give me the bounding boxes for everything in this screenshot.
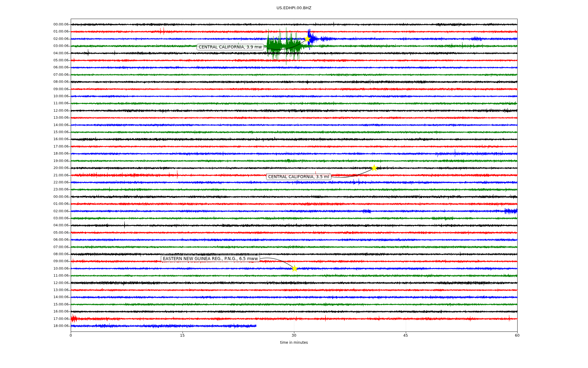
row-time-label: 21:00:06 [54, 173, 69, 177]
event-star-icon [370, 164, 378, 172]
row-time-label: 06:00:06 [54, 238, 69, 242]
row-time-label: 13:00:06 [54, 116, 69, 120]
row-time-label: 05:00:06 [54, 58, 69, 62]
row-time-label: 20:00:06 [54, 166, 69, 170]
row-time-label: 09:00:06 [54, 259, 69, 263]
row-time-label: 00:00:06 [54, 22, 69, 26]
row-time-label: 05:00:06 [54, 231, 69, 235]
row-time-label: 16:00:06 [54, 309, 69, 313]
row-time-label: 13:00:06 [54, 288, 69, 292]
row-time-label: 04:00:06 [54, 51, 69, 55]
page-title: US.EDHPI.00.BHZ [277, 6, 311, 10]
row-time-label: 19:00:06 [54, 159, 69, 163]
x-tick-label: 60 [515, 333, 519, 338]
row-time-label: 11:00:06 [54, 274, 69, 278]
row-time-label: 22:00:06 [54, 180, 69, 184]
x-tick-label: 45 [403, 333, 408, 338]
x-tick-label: 15 [180, 333, 185, 338]
event-annotation-central-california-39: CENTRAL CALIFORNIA, 3.9 mw [197, 44, 264, 50]
row-time-label: 09:00:06 [54, 87, 69, 91]
row-time-label: 10:00:06 [54, 94, 69, 98]
row-time-label: 03:00:06 [54, 216, 69, 220]
row-time-label: 02:00:06 [54, 209, 69, 213]
row-time-label: 16:00:06 [54, 137, 69, 141]
row-time-label: 08:00:06 [54, 252, 69, 256]
row-time-label: 11:00:06 [54, 101, 69, 105]
row-time-label: 12:00:06 [54, 109, 69, 113]
row-time-label: 00:00:06 [54, 195, 69, 199]
row-time-label: 15:00:06 [54, 302, 69, 306]
x-tick-label: 0 [70, 333, 72, 338]
row-time-label: 18:00:06 [54, 151, 69, 155]
event-star-icon [303, 35, 311, 43]
row-time-label: 07:00:06 [54, 245, 69, 249]
row-time-label: 17:00:06 [54, 317, 69, 321]
row-time-label: 12:00:06 [54, 281, 69, 285]
event-annotation-central-california-35: CENTRAL CALIFORNIA, 3.5 ml [266, 174, 331, 180]
row-time-label: 23:00:06 [54, 187, 69, 191]
row-time-label: 14:00:06 [54, 123, 69, 127]
row-time-label: 08:00:06 [54, 80, 69, 84]
row-time-label: 14:00:06 [54, 295, 69, 299]
row-time-label: 07:00:06 [54, 73, 69, 77]
row-time-label: 10:00:06 [54, 266, 69, 270]
row-time-label: 02:00:06 [54, 37, 69, 41]
x-axis-label: time in minutes [280, 340, 308, 345]
row-time-label: 04:00:06 [54, 223, 69, 227]
row-time-label: 18:00:06 [54, 324, 69, 328]
row-time-label: 01:00:06 [54, 29, 69, 33]
event-annotation-eastern-new-guinea: EASTERN NEW GUINEA REG., P.N.G., 6.5 mww [161, 255, 260, 262]
x-tick-label: 30 [292, 333, 296, 338]
row-time-label: 03:00:06 [54, 44, 69, 48]
row-time-label: 06:00:06 [54, 65, 69, 69]
row-time-label: 15:00:06 [54, 130, 69, 134]
row-time-label: 17:00:06 [54, 144, 69, 148]
helicorder-canvas [0, 0, 588, 368]
row-time-label: 01:00:06 [54, 202, 69, 206]
event-star-icon [291, 265, 299, 273]
